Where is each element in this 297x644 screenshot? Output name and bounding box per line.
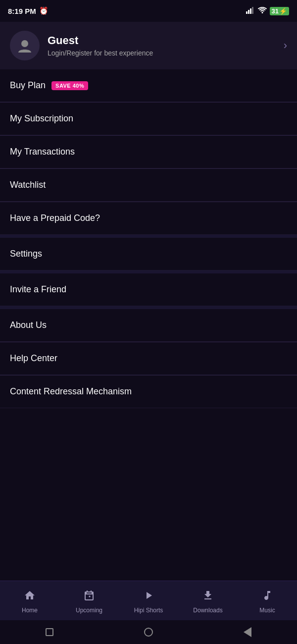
android-back-button[interactable] bbox=[242, 626, 253, 638]
menu-section-3: Invite a Friend bbox=[0, 273, 297, 306]
my-transactions-label: My Transactions bbox=[10, 147, 75, 157]
chevron-right-icon: › bbox=[284, 39, 287, 52]
svg-point-5 bbox=[21, 40, 28, 47]
profile-header[interactable]: Guest Login/Register for best experience… bbox=[0, 22, 297, 69]
menu-item-help-center[interactable]: Help Center bbox=[0, 342, 297, 375]
nav-item-hipi-shorts[interactable]: Hipi Shorts bbox=[134, 590, 163, 614]
invite-friend-label: Invite a Friend bbox=[10, 284, 66, 295]
profile-info: Guest Login/Register for best experience bbox=[48, 34, 284, 57]
menu-item-about-us[interactable]: About Us bbox=[0, 309, 297, 342]
about-us-label: About Us bbox=[10, 320, 47, 330]
menu-section-1: Buy Plan SAVE 40% My Subscription My Tra… bbox=[0, 69, 297, 235]
downloads-label: Downloads bbox=[193, 607, 222, 614]
svg-point-4 bbox=[261, 12, 263, 13]
music-icon bbox=[261, 590, 273, 604]
hipi-shorts-icon bbox=[143, 590, 154, 604]
hipi-shorts-label: Hipi Shorts bbox=[134, 607, 163, 614]
menu-item-my-transactions[interactable]: My Transactions bbox=[0, 136, 297, 168]
menu-item-buy-plan[interactable]: Buy Plan SAVE 40% bbox=[0, 69, 297, 102]
menu-item-content-redressal[interactable]: Content Redressal Mechanism bbox=[0, 376, 297, 408]
menu-item-invite-friend[interactable]: Invite a Friend bbox=[0, 273, 297, 306]
nav-item-upcoming[interactable]: Upcoming bbox=[74, 590, 104, 614]
home-hardware-icon bbox=[144, 628, 153, 637]
profile-name: Guest bbox=[48, 34, 284, 47]
save-badge: SAVE 40% bbox=[51, 81, 88, 90]
time-text: 8:19 PM bbox=[8, 7, 36, 15]
settings-label: Settings bbox=[10, 249, 42, 259]
battery-indicator: 31 ⚡ bbox=[270, 7, 289, 15]
svg-rect-3 bbox=[252, 7, 253, 14]
nav-item-music[interactable]: Music bbox=[252, 590, 282, 614]
battery-lightning: ⚡ bbox=[279, 7, 287, 15]
upcoming-icon bbox=[83, 590, 95, 604]
status-time: 8:19 PM ⏰ bbox=[8, 6, 49, 15]
wifi-icon bbox=[258, 7, 267, 15]
avatar bbox=[10, 31, 40, 60]
android-home-button[interactable] bbox=[143, 626, 154, 638]
help-center-label: Help Center bbox=[10, 353, 57, 364]
buy-plan-label: Buy Plan bbox=[10, 80, 46, 91]
upcoming-label: Upcoming bbox=[76, 607, 102, 614]
bottom-nav: Home Upcoming Hipi Shorts Downloads bbox=[0, 581, 297, 620]
home-icon bbox=[24, 590, 36, 604]
menu-section-2: Settings bbox=[0, 238, 297, 270]
prepaid-code-label: Have a Prepaid Code? bbox=[10, 213, 100, 223]
recents-icon bbox=[46, 628, 53, 636]
menu-item-prepaid-code[interactable]: Have a Prepaid Code? bbox=[0, 202, 297, 235]
menu-item-my-subscription[interactable]: My Subscription bbox=[0, 103, 297, 135]
menu-section-4: About Us Help Center Content Redressal M… bbox=[0, 309, 297, 408]
android-navbar bbox=[0, 620, 297, 644]
svg-rect-1 bbox=[248, 10, 249, 14]
status-bar: 8:19 PM ⏰ 31 ⚡ bbox=[0, 0, 297, 22]
alarm-icon: ⏰ bbox=[39, 6, 49, 15]
svg-rect-2 bbox=[250, 8, 251, 14]
nav-item-downloads[interactable]: Downloads bbox=[193, 590, 223, 614]
downloads-icon bbox=[202, 590, 214, 604]
content-redressal-label: Content Redressal Mechanism bbox=[10, 386, 132, 397]
back-icon bbox=[244, 627, 251, 637]
menu-item-settings[interactable]: Settings bbox=[0, 238, 297, 270]
profile-subtitle: Login/Register for best experience bbox=[48, 49, 284, 57]
android-recents-button[interactable] bbox=[44, 626, 55, 638]
music-label: Music bbox=[259, 607, 275, 614]
my-subscription-label: My Subscription bbox=[10, 113, 73, 124]
nav-item-home[interactable]: Home bbox=[15, 590, 45, 614]
status-icons: 31 ⚡ bbox=[246, 7, 289, 15]
watchlist-label: Watchlist bbox=[10, 180, 46, 190]
svg-rect-0 bbox=[246, 11, 248, 14]
signal-icon bbox=[246, 7, 255, 15]
home-label: Home bbox=[22, 607, 38, 614]
menu-item-watchlist[interactable]: Watchlist bbox=[0, 169, 297, 202]
